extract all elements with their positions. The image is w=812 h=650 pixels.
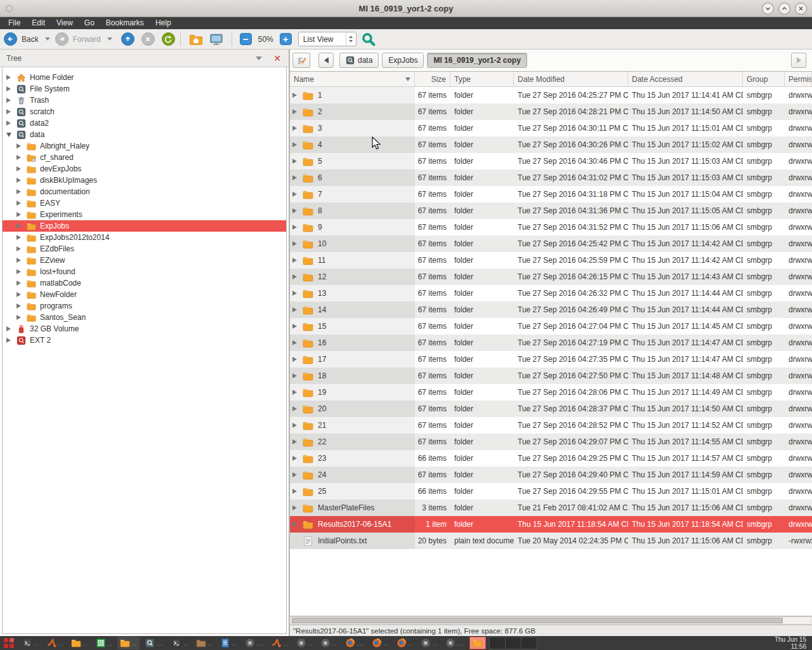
expander-icon[interactable] [292, 373, 297, 378]
workspace-2[interactable] [505, 637, 521, 649]
tree-item-documentation[interactable]: documentation [3, 186, 286, 197]
expander-icon[interactable] [292, 324, 297, 329]
file-row-6[interactable]: 667 itemsfolderTue 27 Sep 2016 04:31:02 … [290, 169, 812, 186]
expander-icon[interactable] [16, 315, 21, 320]
expander-icon[interactable] [292, 274, 297, 279]
toggle-path-entry-button[interactable] [292, 53, 310, 68]
file-row-initialpoints-txt[interactable]: InitialPoints.txt20 bytesplain text docu… [290, 533, 812, 549]
tree-item-data[interactable]: data [3, 129, 286, 140]
file-row-25[interactable]: 2566 itemsfolderTue 27 Sep 2016 04:29:55… [290, 483, 812, 500]
refresh-button[interactable] [162, 32, 175, 46]
expander-icon[interactable] [292, 439, 297, 444]
file-row-5[interactable]: 567 itemsfolderTue 27 Sep 2016 04:30:46 … [290, 153, 812, 169]
back-history-dropdown[interactable] [45, 37, 50, 41]
expander-icon[interactable] [16, 178, 21, 183]
expander-icon[interactable] [6, 98, 11, 103]
expander-icon[interactable] [16, 189, 21, 194]
workspace-1[interactable] [489, 637, 506, 649]
breadcrumb-3[interactable]: MI 16_0919_yor1-2 copy [427, 53, 527, 68]
stop-button[interactable] [141, 32, 155, 46]
scrollbar-thumb[interactable] [292, 618, 783, 623]
file-row-13[interactable]: 1367 itemsfolderTue 27 Sep 2016 04:26:32… [290, 285, 812, 302]
home-button[interactable] [189, 32, 203, 46]
file-row-7[interactable]: 767 itemsfolderTue 27 Sep 2016 04:31:18 … [290, 186, 812, 202]
menu-go[interactable]: Go [79, 17, 100, 29]
tree-item-lost-found[interactable]: lost+found [3, 266, 286, 277]
expander-icon[interactable] [292, 93, 297, 98]
menu-file[interactable]: File [3, 17, 26, 29]
file-row-22[interactable]: 2267 itemsfolderTue 27 Sep 2016 04:29:07… [290, 434, 812, 450]
window-minimize-button[interactable] [762, 3, 774, 15]
tree-item-32-gb-volume[interactable]: 32 GB Volume [3, 323, 286, 335]
column-header-name[interactable]: Name [290, 72, 415, 86]
taskbar-item-9[interactable]: .. [218, 637, 240, 649]
file-row-14[interactable]: 1467 itemsfolderTue 27 Sep 2016 04:26:49… [290, 302, 812, 318]
tree-item-file-system[interactable]: File System [3, 83, 286, 95]
file-row-21[interactable]: 2167 itemsfolderTue 27 Sep 2016 04:28:52… [290, 417, 812, 434]
expander-icon[interactable] [16, 223, 21, 229]
taskbar-item-18[interactable]: ... [443, 637, 467, 649]
menu-bookmarks[interactable]: Bookmarks [100, 17, 150, 29]
file-row-1[interactable]: 167 itemsfolderTue 27 Sep 2016 04:25:27 … [290, 87, 812, 103]
tree-item-programs[interactable]: programs [3, 300, 286, 312]
file-row-masterplatefiles[interactable]: MasterPlateFiles3 itemsfolderTue 21 Feb … [290, 500, 812, 516]
file-row-results2017-06-15a1[interactable]: Results2017-06-15A11 itemfolderThu 15 Ju… [290, 516, 812, 533]
view-mode-select[interactable]: List View [298, 32, 357, 46]
tree-item-home-folder[interactable]: Home Folder [3, 72, 286, 83]
taskbar-item-17[interactable]: .. [418, 637, 440, 649]
taskbar-item-11[interactable]: .. [269, 637, 291, 649]
file-row-8[interactable]: 867 itemsfolderTue 27 Sep 2016 04:31:36 … [290, 202, 812, 219]
expander-icon[interactable] [292, 406, 297, 411]
tree-item-albright-haley[interactable]: Albright_Haley [3, 140, 286, 152]
file-row-24[interactable]: 2467 itemsfolderTue 27 Sep 2016 04:29:40… [290, 467, 812, 483]
expander-icon[interactable] [6, 338, 11, 343]
expander-icon[interactable] [292, 307, 297, 312]
expander-icon[interactable] [16, 166, 21, 171]
column-header-size[interactable]: Size [415, 72, 450, 86]
forward-history-dropdown[interactable] [107, 37, 112, 41]
expander-icon[interactable] [6, 86, 11, 91]
menu-help[interactable]: Help [150, 17, 177, 29]
expander-icon[interactable] [16, 235, 21, 240]
expander-icon[interactable] [16, 143, 21, 149]
taskbar-item-4[interactable]: .. [93, 637, 115, 649]
search-button[interactable] [362, 32, 376, 46]
file-row-10[interactable]: 1067 itemsfolderTue 27 Sep 2016 04:25:42… [290, 235, 812, 252]
tree-item-cf-shared[interactable]: cf_shared [3, 152, 286, 163]
column-header-type[interactable]: Type [450, 72, 514, 86]
taskbar-item-13[interactable]: .. [318, 637, 340, 649]
tree-item-trash[interactable]: Trash [3, 95, 286, 106]
file-row-23[interactable]: 2366 itemsfolderTue 27 Sep 2016 04:29:25… [290, 450, 812, 467]
expander-icon[interactable] [16, 258, 21, 263]
workspace-3[interactable] [521, 637, 537, 649]
tree-item-expjobs2012to2014[interactable]: ExpJobs2012to2014 [3, 232, 286, 243]
expander-icon[interactable] [292, 258, 297, 263]
expander-icon[interactable] [16, 201, 21, 206]
tree-item-devexpjobs[interactable]: devExpJobs [3, 163, 286, 175]
file-row-12[interactable]: 1267 itemsfolderTue 27 Sep 2016 04:26:15… [290, 269, 812, 285]
expander-icon[interactable] [6, 326, 11, 331]
zoom-in-button[interactable]: + [280, 33, 292, 45]
taskbar-item-14[interactable]: ... [343, 637, 367, 649]
taskbar-item-1[interactable]: .. [20, 637, 42, 649]
zoom-out-button[interactable]: − [240, 33, 252, 45]
taskbar-item-8[interactable]: .. [193, 637, 216, 649]
taskbar-item-7[interactable]: .. [169, 637, 191, 649]
expander-icon[interactable] [292, 423, 297, 428]
expander-open-icon[interactable] [6, 133, 11, 137]
taskbar-item-15[interactable]: .. [369, 637, 391, 649]
breadcrumb-2[interactable]: ExpJobs [382, 53, 424, 68]
tree-item-easy[interactable]: EASY [3, 197, 286, 209]
tree-item-experiments[interactable]: Experiments [3, 209, 286, 220]
taskbar-item-12[interactable]: .. [294, 637, 316, 649]
tree-item-ezdbfiles[interactable]: EZdbFiles [3, 243, 286, 255]
file-row-11[interactable]: 1167 itemsfolderTue 27 Sep 2016 04:25:59… [290, 252, 812, 269]
column-header-date-accessed[interactable]: Date Accessed [628, 72, 743, 86]
expander-icon[interactable] [292, 522, 297, 527]
expander-icon[interactable] [292, 241, 297, 246]
file-row-17[interactable]: 1767 itemsfolderTue 27 Sep 2016 04:27:35… [290, 351, 812, 368]
taskbar-item-2[interactable]: .. [44, 637, 67, 649]
expander-icon[interactable] [16, 303, 21, 308]
taskbar-item-19-active[interactable] [469, 637, 486, 649]
expander-icon[interactable] [6, 109, 11, 114]
